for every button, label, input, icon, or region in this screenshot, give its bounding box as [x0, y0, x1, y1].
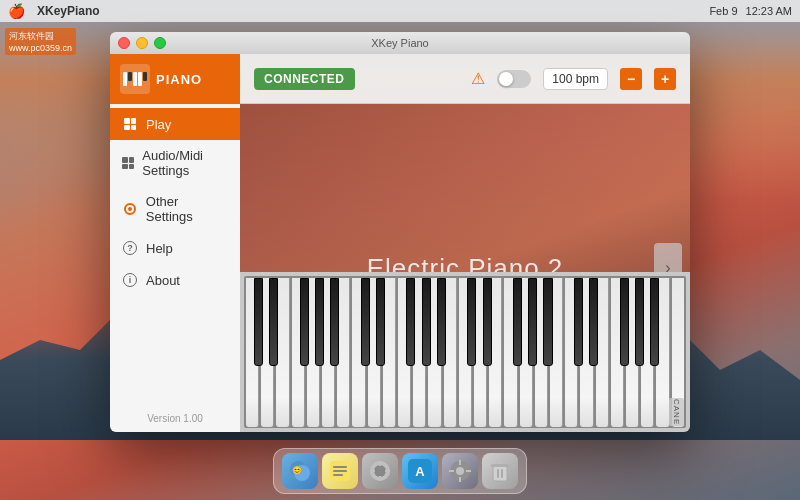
svg-rect-6 [333, 474, 343, 476]
app-window: XKey Piano PIANO [110, 32, 690, 432]
sidebar-menu: Play Audio/Midi Settings [110, 104, 240, 405]
dock-icon-system-prefs[interactable] [442, 453, 478, 489]
white-key-9[interactable] [368, 278, 381, 427]
piano-area: Electric Piano 2 › [240, 104, 690, 432]
menubar: 🍎 XKeyPiano Feb 9 12:23 AM [0, 0, 800, 22]
piano-mini-key-1 [123, 72, 127, 86]
desktop: 🍎 XKeyPiano Feb 9 12:23 AM 河东软件园 www.pc0… [0, 0, 800, 500]
sidebar-header: PIANO [110, 54, 240, 104]
white-key-14[interactable] [444, 278, 457, 427]
toggle-knob [499, 72, 513, 86]
white-key-22[interactable] [565, 278, 578, 427]
white-key-8[interactable] [352, 278, 365, 427]
maximize-button[interactable] [154, 37, 166, 49]
svg-rect-17 [459, 460, 461, 465]
white-key-20[interactable] [535, 278, 548, 427]
minimize-button[interactable] [136, 37, 148, 49]
svg-rect-12 [385, 470, 390, 472]
white-key-2[interactable] [261, 278, 274, 427]
keyboard-container: CANE [240, 272, 690, 432]
main-content: CONNECTED ⚠ 100 bpm − + Electric Piano 2… [240, 54, 690, 432]
white-key-4[interactable] [292, 278, 305, 427]
dock-icon-finder[interactable]: 😊 [282, 453, 318, 489]
white-key-19[interactable] [520, 278, 533, 427]
svg-rect-11 [370, 470, 375, 472]
piano-mini-key-5 [143, 72, 147, 81]
sidebar-logo-text: PIANO [156, 72, 202, 87]
white-key-24[interactable] [596, 278, 609, 427]
svg-point-16 [456, 467, 464, 475]
dock-icon-notes[interactable] [322, 453, 358, 489]
bpm-display: 100 bpm [543, 68, 608, 90]
dock-icon-trash[interactable] [482, 453, 518, 489]
white-key-3[interactable] [276, 278, 289, 427]
white-key-11[interactable] [398, 278, 411, 427]
svg-rect-24 [497, 469, 499, 478]
sidebar-item-about[interactable]: i About [110, 264, 240, 296]
window-body: PIANO Play [110, 54, 690, 432]
sidebar-play-label: Play [146, 117, 171, 132]
menubar-time: 12:23 AM [746, 5, 792, 17]
svg-rect-9 [379, 461, 381, 466]
white-keys [244, 276, 686, 428]
white-key-18[interactable] [504, 278, 517, 427]
bpm-minus-button[interactable]: − [620, 68, 642, 90]
white-key-17[interactable] [489, 278, 502, 427]
white-key-16[interactable] [474, 278, 487, 427]
white-key-1[interactable] [246, 278, 259, 427]
white-key-6[interactable] [322, 278, 335, 427]
svg-rect-21 [493, 466, 507, 481]
sidebar-item-play[interactable]: Play [110, 108, 240, 140]
svg-text:😊: 😊 [292, 465, 302, 475]
piano-mini-key-4 [138, 72, 142, 86]
watermark-site: www.pc0359.cn [9, 43, 72, 53]
menubar-left: 🍎 XKeyPiano [8, 3, 100, 19]
white-key-23[interactable] [580, 278, 593, 427]
sidebar-help-label: Help [146, 241, 173, 256]
piano-icon-box [120, 64, 150, 94]
menubar-right: Feb 9 12:23 AM [709, 5, 792, 17]
dock: 😊 A [273, 448, 527, 494]
other-settings-icon [122, 201, 138, 217]
white-key-5[interactable] [307, 278, 320, 427]
sidebar-audio-midi-label: Audio/Midi Settings [142, 148, 228, 178]
close-button[interactable] [118, 37, 130, 49]
bpm-plus-button[interactable]: + [654, 68, 676, 90]
svg-rect-20 [466, 470, 471, 472]
svg-point-8 [374, 465, 386, 477]
dock-icon-tools[interactable] [362, 453, 398, 489]
white-key-28[interactable] [656, 278, 669, 427]
about-icon: i [122, 272, 138, 288]
svg-rect-10 [379, 476, 381, 481]
sidebar-other-settings-label: Other Settings [146, 194, 228, 224]
watermark-org: 河东软件园 [9, 30, 72, 43]
sidebar-item-help[interactable]: ? Help [110, 232, 240, 264]
sidebar-item-audio-midi[interactable]: Audio/Midi Settings [110, 140, 240, 186]
white-key-12[interactable] [413, 278, 426, 427]
svg-rect-18 [459, 477, 461, 482]
svg-rect-25 [501, 469, 503, 478]
piano-mini-key-3 [133, 72, 137, 86]
toggle-switch[interactable] [497, 70, 531, 88]
piano-keyboard[interactable]: CANE [244, 276, 686, 428]
apple-menu[interactable]: 🍎 [8, 3, 25, 19]
sidebar-item-other-settings[interactable]: Other Settings [110, 186, 240, 232]
warning-icon: ⚠ [471, 69, 485, 88]
white-key-21[interactable] [550, 278, 563, 427]
white-key-27[interactable] [641, 278, 654, 427]
sidebar: PIANO Play [110, 54, 240, 432]
white-key-26[interactable] [626, 278, 639, 427]
sidebar-about-label: About [146, 273, 180, 288]
white-key-10[interactable] [383, 278, 396, 427]
white-key-13[interactable] [428, 278, 441, 427]
dock-icon-appstore[interactable]: A [402, 453, 438, 489]
white-key-7[interactable] [337, 278, 350, 427]
connected-badge: CONNECTED [254, 68, 355, 90]
play-grid-icon [122, 116, 138, 132]
white-key-25[interactable] [611, 278, 624, 427]
cane-label: CANE [669, 398, 684, 426]
sidebar-version: Version 1.00 [110, 405, 240, 432]
svg-rect-22 [491, 464, 509, 467]
svg-text:A: A [415, 464, 425, 479]
white-key-15[interactable] [459, 278, 472, 427]
